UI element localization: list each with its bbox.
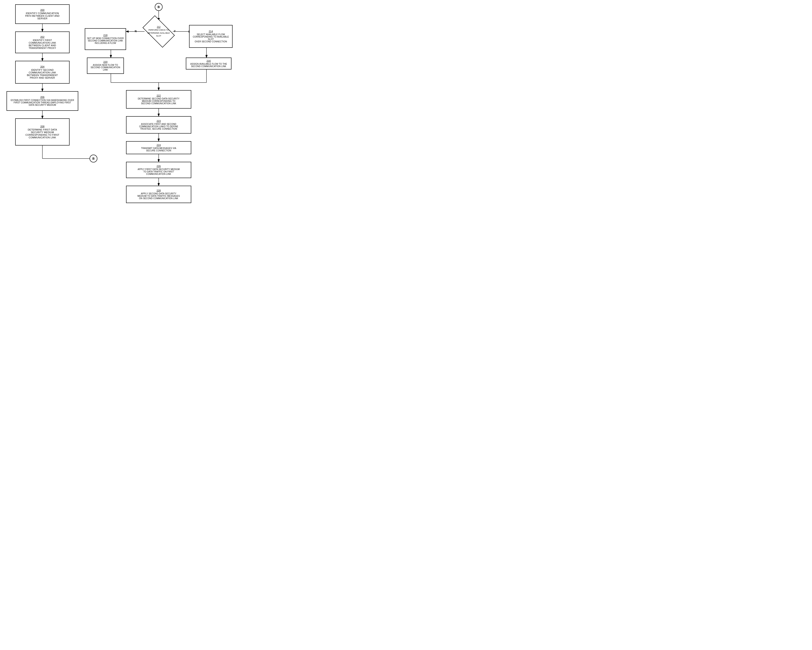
box-216: 216 ASSIGN AVAILABLE FLOW TO THE SECOND … (186, 58, 232, 70)
step-num-202: 202 (40, 36, 44, 38)
diagram-container: 200 IDENTIFY COMMUNICATION PATH BETWEEN … (0, 0, 261, 206)
step-num-206: 206 (40, 96, 44, 98)
step-num-222: 222 (157, 94, 160, 97)
step-num-226: 226 (157, 165, 160, 167)
step-text-226: APPLY FIRST DATA SECURITY MEDIUM TO DATA… (137, 168, 180, 175)
step-text-222: DETERMINE SECOND DATA SECURITY MEDIUM CO… (138, 97, 180, 105)
box-228: 228 APPLY SECOND DATA SECURITY MEDIUM TO… (126, 186, 191, 203)
step-text-204: IDENTIFY SECOND COMMUNICATION LINK BETWE… (27, 69, 58, 79)
step-text-224: TRANSMIT DATA MESSAGES VIA SECURE CONNEC… (141, 147, 176, 152)
step-num-216: 216 (206, 59, 211, 62)
box-200: 200 IDENTIFY COMMUNICATION PATH BETWEEN … (15, 5, 70, 24)
box-222: 222 DETERMINE SECOND DATA SECURITY MEDIU… (126, 90, 191, 109)
step-text-228: APPLY SECOND DATA SECURITY MEDIUM TO DAT… (137, 192, 180, 199)
step-text-202: IDENTIFY FIRST COMMUNICATION LINK BETWEE… (29, 39, 56, 49)
step-num-223: 223 (157, 120, 160, 122)
diamond-212: 212 PERFORM CHECK TO DETERMINE AVAILABLE… (139, 21, 179, 43)
box-214: 214 SELECT AVAILABLE FLOW CORRESPONDING … (189, 25, 232, 48)
step-text-200: IDENTIFY COMMUNICATION PATH BETWEEN CLIE… (25, 12, 60, 20)
step-text-218: SET UP NEW CONNECTION OVER SECOND COMMUN… (87, 37, 124, 44)
box-206: 206 ESTABLISH FIRST CONNECTION VIA HANDS… (6, 91, 78, 111)
step-num-208: 208 (40, 125, 44, 128)
box-224: 224 TRANSMIT DATA MESSAGES VIA SECURE CO… (126, 141, 191, 154)
step-text-216: ASSIGN AVAILABLE FLOW TO THE SECOND COMM… (190, 63, 227, 67)
box-218: 218 SET UP NEW CONNECTION OVER SECOND CO… (85, 28, 126, 50)
step-num-204: 204 (40, 65, 44, 68)
box-202: 202 IDENTIFY FIRST COMMUNICATION LINK BE… (15, 32, 70, 53)
step-text-220: ASSIGN NEW FLOW TO SECOND COMMUNICATION … (91, 64, 120, 71)
label-n: N (135, 30, 137, 33)
box-223: 223 ASSOCIATE FIRST AND SECOND COMMUNICA… (126, 116, 191, 134)
step-num-220: 220 (103, 61, 107, 63)
step-num-218: 218 (103, 34, 107, 37)
connector-b-top: B (155, 3, 163, 11)
step-num-224: 224 (157, 144, 160, 146)
label-y: Y (174, 30, 176, 33)
connector-b-bottom: B (90, 155, 98, 163)
box-208: 208 DETERMINE FIRST DATA SECURITY MEDIUM… (15, 118, 70, 146)
box-204: 204 IDENTIFY SECOND COMMUNICATION LINK B… (15, 61, 70, 84)
step-num-214: 214 (209, 30, 213, 33)
box-226: 226 APPLY FIRST DATA SECURITY MEDIUM TO … (126, 162, 191, 178)
step-num-200: 200 (40, 9, 44, 11)
box-220: 220 ASSIGN NEW FLOW TO SECOND COMMUNICAT… (87, 58, 124, 74)
step-text-206: ESTABLISH FIRST CONNECTION VIA HANDSHAKI… (11, 99, 74, 106)
step-text-223: ASSOCIATE FIRST AND SECOND COMMUNICATION… (139, 123, 178, 130)
step-text-214: SELECT AVAILABLE FLOW CORRESPONDING TO A… (191, 33, 230, 43)
step-num-228: 228 (157, 189, 160, 192)
step-text-208: DETERMINE FIRST DATA SECURITY MEDIUM COR… (26, 128, 60, 139)
